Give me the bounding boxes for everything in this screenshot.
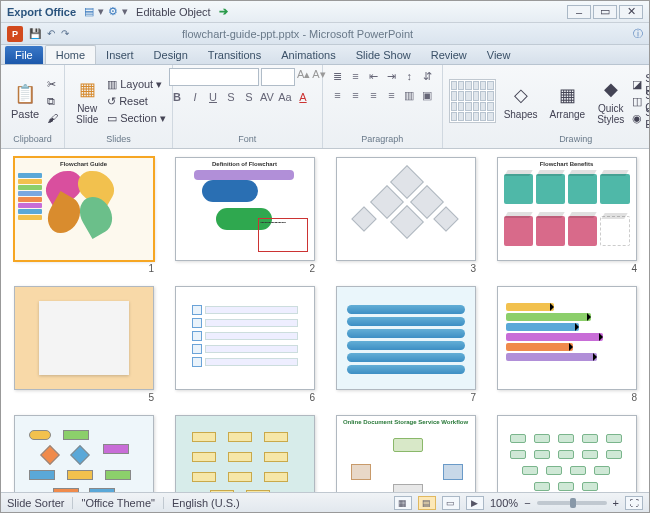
maximize-button[interactable]: ▭ xyxy=(593,5,617,19)
gear-icon[interactable]: ⚙ xyxy=(108,5,118,18)
tab-insert[interactable]: Insert xyxy=(96,46,144,64)
normal-view-button[interactable]: ▦ xyxy=(394,496,412,510)
bold-icon[interactable]: B xyxy=(169,89,185,105)
spacing-icon[interactable]: AV xyxy=(259,89,275,105)
new-slide-button[interactable]: ▦ New Slide xyxy=(71,75,103,127)
quick-styles-icon: ◆ xyxy=(599,77,623,101)
slide-thumb[interactable]: 7 xyxy=(333,286,478,403)
zoom-out-button[interactable]: − xyxy=(524,497,530,509)
shapes-gallery[interactable] xyxy=(449,79,496,123)
tab-design[interactable]: Design xyxy=(144,46,198,64)
slide-thumb[interactable]: 8 xyxy=(494,286,639,403)
redo-icon[interactable]: ↷ xyxy=(61,28,69,39)
align-left-icon[interactable]: ≡ xyxy=(329,87,345,103)
chevron-down-icon[interactable]: ▾ xyxy=(98,5,104,18)
clipboard-icon: 📋 xyxy=(13,82,37,106)
window-controls: – ▭ ✕ xyxy=(567,5,643,19)
shape-effects-button[interactable]: ◉Shape Effects ▾ xyxy=(632,110,650,126)
align-center-icon[interactable]: ≡ xyxy=(347,87,363,103)
copy-button[interactable]: ⧉ xyxy=(47,93,58,109)
align-right-icon[interactable]: ≡ xyxy=(365,87,381,103)
italic-icon[interactable]: I xyxy=(187,89,203,105)
slide-thumb[interactable]: Flowchart Guide 1 xyxy=(11,157,156,274)
smartart-icon[interactable]: ▣ xyxy=(419,87,435,103)
strike-icon[interactable]: S xyxy=(223,89,239,105)
format-painter-button[interactable]: 🖌 xyxy=(47,110,58,126)
tab-review[interactable]: Review xyxy=(421,46,477,64)
new-slide-icon: ▦ xyxy=(75,77,99,101)
slide-thumb[interactable]: 6 xyxy=(172,286,317,403)
numbering-icon[interactable]: ≡ xyxy=(347,68,363,84)
go-arrow-icon[interactable]: ➔ xyxy=(219,5,228,18)
help-icon[interactable]: ⓘ xyxy=(633,27,643,41)
quick-styles-button[interactable]: ◆Quick Styles xyxy=(593,75,628,127)
fit-to-window-button[interactable]: ⛶ xyxy=(625,496,643,510)
case-icon[interactable]: Aa xyxy=(277,89,293,105)
font-size-select[interactable] xyxy=(261,68,295,86)
reset-button[interactable]: ↺Reset xyxy=(107,93,166,109)
cut-button[interactable]: ✂ xyxy=(47,76,58,92)
undo-icon[interactable]: ↶ xyxy=(47,28,55,39)
page-icon[interactable]: ▤ xyxy=(84,5,94,18)
zoom-label: 100% xyxy=(490,497,518,509)
grow-font-icon[interactable]: A▴ xyxy=(297,68,310,86)
quick-access-bar: P 💾 ↶ ↷ flowchart-guide-ppt.pptx - Micro… xyxy=(1,23,649,45)
layout-button[interactable]: ▥Layout ▾ xyxy=(107,76,166,92)
sorter-view-button[interactable]: ▤ xyxy=(418,496,436,510)
arrange-button[interactable]: ▦Arrange xyxy=(546,81,590,122)
chevron-down-icon[interactable]: ▾ xyxy=(122,5,128,18)
font-color-icon[interactable]: A xyxy=(295,89,311,105)
bullets-icon[interactable]: ≣ xyxy=(329,68,345,84)
justify-icon[interactable]: ≡ xyxy=(383,87,399,103)
tab-file[interactable]: File xyxy=(5,46,43,64)
zoom-slider[interactable] xyxy=(537,501,607,505)
slide-thumb[interactable]: 10 xyxy=(172,415,317,492)
slide-thumb[interactable]: 3 xyxy=(333,157,478,274)
powerpoint-icon[interactable]: P xyxy=(7,26,23,42)
line-spacing-icon[interactable]: ↕ xyxy=(401,68,417,84)
brush-icon: 🖌 xyxy=(47,112,58,124)
zoom-in-button[interactable]: + xyxy=(613,497,619,509)
font-family-select[interactable] xyxy=(169,68,259,86)
close-button[interactable]: ✕ xyxy=(619,5,643,19)
copy-icon: ⧉ xyxy=(47,95,55,108)
slide-thumb[interactable]: 9 xyxy=(11,415,156,492)
reset-icon: ↺ xyxy=(107,95,116,108)
shapes-button[interactable]: ◇Shapes xyxy=(500,81,542,122)
slide-thumb[interactable]: 12 xyxy=(494,415,639,492)
slide-sorter-view[interactable]: Flowchart Guide 1 Definition of Flowchar… xyxy=(1,149,649,492)
paste-button[interactable]: 📋 Paste xyxy=(7,80,43,122)
status-language[interactable]: English (U.S.) xyxy=(172,497,240,509)
slide-thumb[interactable]: Flowchart Benefits 4 xyxy=(494,157,639,274)
text-direction-icon[interactable]: ⇵ xyxy=(419,68,435,84)
arrange-icon: ▦ xyxy=(555,83,579,107)
group-paragraph: ≣ ≡ ⇤ ⇥ ↕ ⇵ ≡ ≡ ≡ ≡ ▥ ▣ Paragraph xyxy=(323,65,443,148)
tab-transitions[interactable]: Transitions xyxy=(198,46,271,64)
columns-icon[interactable]: ▥ xyxy=(401,87,417,103)
minimize-button[interactable]: – xyxy=(567,5,591,19)
slide-thumb[interactable]: Definition of Flowchart ▪▪▪▪▪▪▪▪▪▪▪▪▪▪▪▪… xyxy=(172,157,317,274)
reading-view-button[interactable]: ▭ xyxy=(442,496,460,510)
layout-icon: ▥ xyxy=(107,78,117,91)
editable-object-label: Editable Object xyxy=(136,6,211,18)
slideshow-view-button[interactable]: ▶ xyxy=(466,496,484,510)
status-theme: "Office Theme" xyxy=(81,497,154,509)
app-title: Export Office xyxy=(7,6,76,18)
tab-home[interactable]: Home xyxy=(45,45,96,64)
underline-icon[interactable]: U xyxy=(205,89,221,105)
indent-icon[interactable]: ⇥ xyxy=(383,68,399,84)
fill-icon: ◪ xyxy=(632,78,642,91)
tab-view[interactable]: View xyxy=(477,46,521,64)
slide-thumb[interactable]: 5 xyxy=(11,286,156,403)
app-titlebar: Export Office ▤ ▾ ⚙ ▾ Editable Object ➔ … xyxy=(1,1,649,23)
section-button[interactable]: ▭Section ▾ xyxy=(107,110,166,126)
tab-slideshow[interactable]: Slide Show xyxy=(346,46,421,64)
qat-export-icons[interactable]: ▤ ▾ ⚙ ▾ xyxy=(84,5,128,18)
tab-animations[interactable]: Animations xyxy=(271,46,345,64)
outdent-icon[interactable]: ⇤ xyxy=(365,68,381,84)
group-font: A▴ A▾ B I U S S AV Aa A Font xyxy=(173,65,323,148)
effects-icon: ◉ xyxy=(632,112,642,125)
slide-thumb[interactable]: Online Document Storage Service Workflow… xyxy=(333,415,478,492)
shadow-icon[interactable]: S xyxy=(241,89,257,105)
save-icon[interactable]: 💾 xyxy=(29,28,41,39)
